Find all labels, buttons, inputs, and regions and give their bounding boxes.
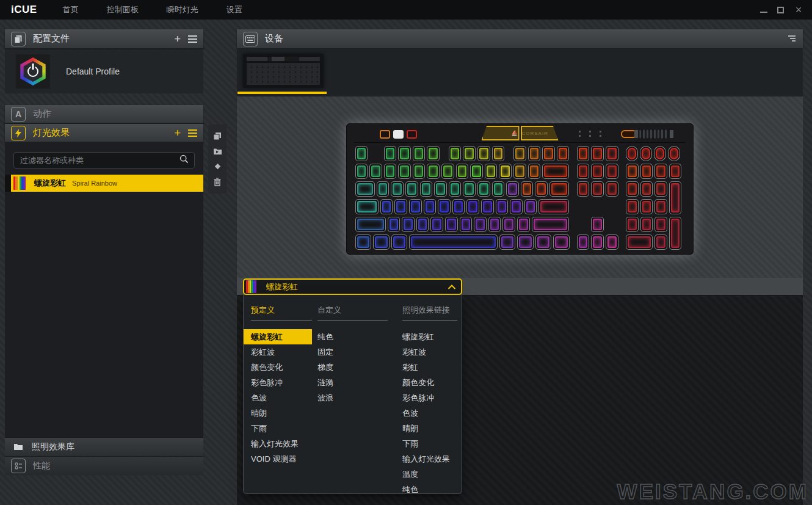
key[interactable] xyxy=(535,181,548,197)
key[interactable] xyxy=(449,146,462,161)
key[interactable] xyxy=(492,146,505,161)
bezel-button-0[interactable] xyxy=(380,130,390,139)
key[interactable] xyxy=(355,199,379,214)
key[interactable] xyxy=(513,164,526,179)
profiles-panel-header[interactable]: 配置文件 + xyxy=(5,29,203,49)
key[interactable] xyxy=(424,199,437,214)
dropdown-item[interactable]: 颜色变化 xyxy=(244,360,312,375)
dropdown-item[interactable]: 输入灯光效果 xyxy=(244,436,312,451)
effect-search[interactable] xyxy=(13,152,195,169)
key[interactable] xyxy=(388,217,401,232)
key[interactable] xyxy=(626,146,638,161)
key[interactable] xyxy=(477,146,490,161)
key[interactable] xyxy=(542,146,555,161)
maximize-button[interactable] xyxy=(777,7,784,13)
key[interactable] xyxy=(591,146,604,161)
key[interactable] xyxy=(577,146,590,161)
key[interactable] xyxy=(402,217,415,232)
key[interactable] xyxy=(420,181,433,197)
key[interactable] xyxy=(485,164,498,179)
dropdown-item[interactable]: 纯色 xyxy=(312,329,394,344)
key[interactable] xyxy=(456,164,469,179)
key[interactable] xyxy=(449,181,462,197)
key[interactable] xyxy=(517,234,534,250)
key[interactable] xyxy=(517,217,530,232)
key[interactable] xyxy=(535,234,552,250)
key[interactable] xyxy=(524,199,537,214)
device-tab-keyboard[interactable] xyxy=(243,54,324,88)
key[interactable] xyxy=(441,164,454,179)
diamond-icon[interactable] xyxy=(214,162,222,170)
key[interactable] xyxy=(606,164,618,179)
dropdown-item[interactable]: 纯色 xyxy=(397,482,459,497)
effect-item-spiral-rainbow[interactable]: 螺旋彩虹 Spiral Rainbow xyxy=(5,175,203,192)
key[interactable] xyxy=(591,164,604,179)
dropdown-item[interactable]: 彩虹 xyxy=(397,360,459,375)
key[interactable] xyxy=(606,146,618,161)
key[interactable] xyxy=(380,199,393,214)
trash-icon[interactable] xyxy=(214,178,221,186)
copy-icon[interactable] xyxy=(213,132,222,140)
key[interactable] xyxy=(606,181,618,197)
key[interactable] xyxy=(506,181,519,197)
key[interactable] xyxy=(654,234,667,250)
key[interactable] xyxy=(669,217,682,250)
key[interactable] xyxy=(496,199,509,214)
minimize-button[interactable] xyxy=(760,7,767,13)
key[interactable] xyxy=(513,146,526,161)
key[interactable] xyxy=(640,181,653,197)
dropdown-item[interactable]: 晴朗 xyxy=(397,421,459,436)
key[interactable] xyxy=(626,164,639,179)
key[interactable] xyxy=(577,164,590,179)
key[interactable] xyxy=(477,181,490,197)
dropdown-item[interactable]: 晴朗 xyxy=(244,405,312,421)
key[interactable] xyxy=(502,217,515,232)
lighting-library-row[interactable]: 照明效果库 xyxy=(5,437,203,456)
dropdown-item[interactable]: 彩色脉冲 xyxy=(244,375,312,390)
key[interactable] xyxy=(654,217,667,232)
key[interactable] xyxy=(466,199,479,214)
key[interactable] xyxy=(398,164,411,179)
dropdown-item[interactable]: 颜色变化 xyxy=(397,375,459,390)
key[interactable] xyxy=(445,217,458,232)
dropdown-item[interactable]: 固定 xyxy=(312,344,394,360)
key[interactable] xyxy=(438,199,451,214)
menu-item-0[interactable]: 首页 xyxy=(63,4,79,15)
dropdown-item[interactable]: 梯度 xyxy=(312,360,394,375)
key[interactable] xyxy=(430,217,443,232)
dropdown-item[interactable]: VOID 观测器 xyxy=(244,451,312,467)
key[interactable] xyxy=(626,217,639,232)
key[interactable] xyxy=(499,164,512,179)
key[interactable] xyxy=(488,217,501,232)
key[interactable] xyxy=(553,234,570,250)
key[interactable] xyxy=(409,199,422,214)
actions-panel-header[interactable]: A 动作 xyxy=(5,105,203,123)
key[interactable] xyxy=(394,199,407,214)
key[interactable] xyxy=(409,234,498,250)
dropdown-item[interactable]: 彩色脉冲 xyxy=(397,390,459,405)
dropdown-item[interactable]: 色波 xyxy=(244,390,312,405)
key[interactable] xyxy=(434,181,447,197)
key[interactable] xyxy=(355,146,368,161)
key[interactable] xyxy=(538,199,569,214)
key[interactable] xyxy=(427,146,440,161)
dropdown-item[interactable]: 色波 xyxy=(397,405,459,421)
key[interactable] xyxy=(391,181,404,197)
key[interactable] xyxy=(369,164,382,179)
key[interactable] xyxy=(391,234,408,250)
import-folder-icon[interactable] xyxy=(213,148,222,155)
dropdown-item[interactable]: 波浪 xyxy=(312,390,394,405)
performance-row[interactable]: 性能 xyxy=(5,456,203,475)
key[interactable] xyxy=(668,146,680,161)
key[interactable] xyxy=(474,217,487,232)
key[interactable] xyxy=(549,181,569,197)
key[interactable] xyxy=(463,146,476,161)
dropdown-item[interactable]: 下雨 xyxy=(397,436,459,451)
menu-item-3[interactable]: 设置 xyxy=(227,4,242,15)
dropdown-item[interactable]: 输入灯光效果 xyxy=(397,451,459,467)
dropdown-item[interactable]: 温度 xyxy=(397,467,459,482)
key[interactable] xyxy=(542,164,569,179)
volume-roller[interactable] xyxy=(639,129,669,139)
key[interactable] xyxy=(492,181,505,197)
dropdown-item[interactable]: 彩虹波 xyxy=(244,344,312,360)
